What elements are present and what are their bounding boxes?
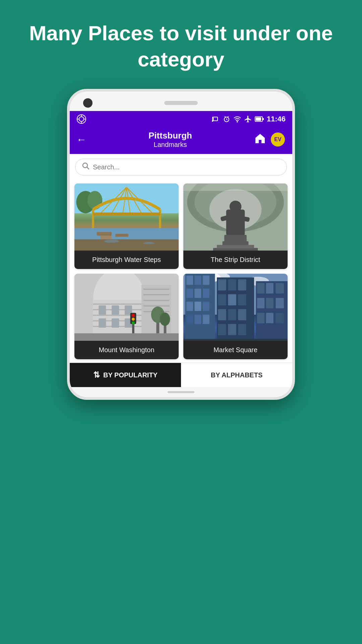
- svg-rect-68: [143, 300, 169, 301]
- svg-rect-116: [266, 298, 274, 308]
- svg-point-75: [132, 318, 135, 321]
- svg-rect-67: [143, 294, 169, 295]
- clock-display: 11:46: [267, 115, 286, 123]
- svg-rect-86: [186, 276, 193, 285]
- svg-rect-94: [203, 302, 209, 311]
- svg-rect-71: [74, 333, 179, 341]
- airplane-icon: [244, 115, 252, 123]
- alarm-icon: [223, 115, 231, 123]
- svg-rect-119: [266, 313, 274, 323]
- app-subtitle: Landmarks: [148, 141, 192, 149]
- card-strip-district[interactable]: The Strip District: [183, 183, 288, 269]
- cast-icon: [212, 115, 220, 123]
- phone-bottom: [70, 387, 292, 397]
- svg-line-12: [228, 116, 229, 117]
- svg-rect-117: [276, 298, 284, 308]
- svg-rect-46: [224, 235, 247, 242]
- svg-rect-32: [97, 232, 112, 235]
- svg-rect-108: [218, 324, 226, 335]
- svg-rect-48: [217, 245, 254, 248]
- sort-by-popularity-button[interactable]: ⇅ BY POPULARITY: [70, 363, 181, 387]
- water-steps-image: [74, 183, 179, 251]
- search-input[interactable]: [93, 163, 280, 171]
- svg-line-10: [227, 119, 227, 120]
- card-pittsburgh-water-steps[interactable]: Pittsburgh Water Steps: [74, 183, 179, 269]
- svg-point-13: [237, 121, 238, 122]
- svg-rect-105: [218, 309, 226, 320]
- search-container: [70, 154, 292, 180]
- app-bar: ← Pittsburgh Landmarks EV: [70, 127, 292, 154]
- landmarks-grid: Pittsburgh Water Steps: [70, 180, 292, 363]
- svg-point-36: [104, 240, 119, 243]
- svg-rect-107: [238, 309, 246, 320]
- svg-rect-121: [183, 339, 288, 341]
- svg-point-37: [143, 242, 154, 244]
- home-icon: [254, 132, 266, 145]
- svg-rect-50: [183, 183, 288, 191]
- svg-rect-60: [112, 305, 119, 315]
- svg-point-74: [132, 314, 135, 317]
- svg-rect-34: [115, 234, 128, 237]
- svg-line-18: [87, 167, 89, 169]
- phone-top-bar: [70, 92, 292, 111]
- water-steps-scene: [74, 183, 179, 251]
- home-button[interactable]: [254, 132, 266, 147]
- market-square-scene: [183, 274, 288, 341]
- search-icon: [82, 162, 89, 172]
- card-market-square[interactable]: Market Square: [183, 274, 288, 359]
- svg-rect-62: [99, 318, 106, 328]
- svg-rect-100: [228, 279, 236, 290]
- svg-point-7: [212, 120, 213, 122]
- search-box[interactable]: [75, 159, 287, 175]
- svg-point-76: [132, 321, 135, 324]
- sort-by-alphabets-button[interactable]: BY ALPHABETS: [181, 363, 292, 387]
- svg-rect-33: [101, 236, 112, 239]
- ev-badge-button[interactable]: EV: [270, 132, 286, 147]
- svg-rect-63: [112, 318, 119, 328]
- svg-rect-112: [257, 283, 264, 293]
- battery-icon: [255, 115, 264, 123]
- wifi-icon: [233, 115, 241, 123]
- svg-rect-110: [238, 324, 246, 335]
- svg-rect-97: [203, 315, 209, 324]
- svg-rect-16: [262, 118, 264, 120]
- svg-rect-113: [266, 283, 274, 293]
- svg-rect-54: [93, 304, 145, 305]
- svg-rect-92: [186, 302, 193, 311]
- svg-rect-93: [194, 302, 201, 311]
- card-label-water-steps: Pittsburgh Water Steps: [74, 251, 179, 269]
- app-bar-title-area: Pittsburgh Landmarks: [148, 130, 192, 149]
- card-label-market-square: Market Square: [183, 341, 288, 359]
- popularity-label: BY POPULARITY: [103, 371, 158, 379]
- svg-rect-102: [218, 294, 226, 305]
- svg-rect-120: [276, 313, 284, 323]
- market-square-image: [183, 274, 288, 341]
- svg-rect-49: [213, 248, 258, 251]
- svg-rect-101: [238, 279, 246, 290]
- svg-point-80: [160, 313, 170, 326]
- phone-shell: 11:46 ← Pittsburgh Landmarks EV: [67, 89, 295, 400]
- svg-rect-104: [238, 294, 246, 305]
- card-mount-washington[interactable]: Mount Washington: [74, 274, 179, 359]
- svg-rect-109: [228, 324, 236, 335]
- mount-washington-image: [74, 274, 179, 341]
- svg-rect-56: [93, 315, 145, 316]
- svg-point-1: [79, 117, 84, 121]
- strip-district-scene: [183, 183, 288, 251]
- svg-rect-30: [93, 213, 160, 216]
- app-title: Pittsburgh: [148, 130, 192, 141]
- back-button[interactable]: ←: [76, 134, 86, 145]
- svg-rect-59: [99, 305, 106, 315]
- magnifier-icon: [82, 162, 89, 170]
- svg-rect-106: [228, 309, 236, 320]
- sort-icon: ⇅: [93, 370, 100, 380]
- svg-rect-88: [203, 276, 209, 285]
- svg-rect-118: [257, 313, 264, 323]
- svg-rect-99: [218, 279, 226, 290]
- speaker: [164, 101, 198, 105]
- status-bar: 11:46: [70, 111, 292, 127]
- svg-rect-114: [276, 283, 284, 293]
- svg-point-43: [230, 201, 242, 213]
- bottom-bar: ⇅ BY POPULARITY BY ALPHABETS: [70, 363, 292, 387]
- status-bar-left: [76, 114, 86, 124]
